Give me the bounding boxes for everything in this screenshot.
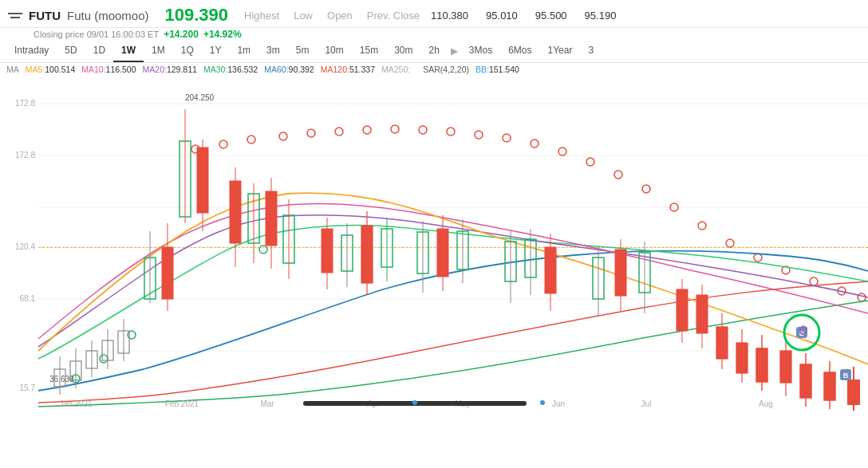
tab-10min[interactable]: 10m xyxy=(317,40,351,62)
svg-point-21 xyxy=(391,125,399,133)
change-pct: +14.92% xyxy=(203,29,242,40)
prev-close-value: 95.190 xyxy=(585,10,617,22)
bb-indicator: BB:151.540 xyxy=(475,65,519,74)
svg-point-38 xyxy=(858,293,866,301)
svg-text:68.1: 68.1 xyxy=(20,294,36,303)
svg-point-20 xyxy=(363,126,371,134)
highest-label: Highest xyxy=(244,10,279,22)
svg-rect-71 xyxy=(361,226,373,283)
svg-point-36 xyxy=(810,277,818,285)
tab-5min[interactable]: 5m xyxy=(288,40,318,62)
svg-rect-53 xyxy=(162,247,173,299)
svg-point-124 xyxy=(412,400,417,405)
svg-point-30 xyxy=(642,185,650,193)
svg-rect-89 xyxy=(615,250,626,296)
svg-point-28 xyxy=(586,158,594,166)
svg-rect-93 xyxy=(677,289,688,331)
svg-point-17 xyxy=(279,132,287,140)
tab-15min[interactable]: 15m xyxy=(352,40,386,62)
highest-value: 110.380 xyxy=(431,10,468,22)
closing-text: Closing price 09/01 16:00:03 ET xyxy=(34,29,159,39)
tab-3mos[interactable]: 3Mos xyxy=(461,40,500,62)
svg-point-12 xyxy=(100,355,108,363)
svg-rect-103 xyxy=(780,351,791,383)
ma30-indicator: MA30:136.532 xyxy=(203,65,258,74)
tab-intraday[interactable]: Intraday xyxy=(6,40,57,62)
svg-rect-85 xyxy=(545,247,556,293)
svg-text:120.4: 120.4 xyxy=(15,242,35,251)
svg-rect-107 xyxy=(824,372,835,400)
ma20-indicator: MA20:129.811 xyxy=(143,65,197,74)
ticker-symbol: FUTU xyxy=(29,9,61,22)
svg-point-32 xyxy=(698,222,706,230)
open-label: Open xyxy=(327,10,353,22)
svg-text:15.7: 15.7 xyxy=(20,383,36,392)
svg-point-29 xyxy=(614,171,622,179)
tab-arrow[interactable]: ▶ xyxy=(448,41,461,61)
svg-text:Aug: Aug xyxy=(759,399,773,408)
svg-rect-109 xyxy=(848,380,859,404)
low-value: 95.010 xyxy=(486,10,518,22)
svg-rect-105 xyxy=(800,364,811,398)
svg-point-27 xyxy=(558,147,566,155)
svg-point-15 xyxy=(219,140,227,148)
prev-close-label: Prev. Close xyxy=(367,10,420,22)
svg-point-19 xyxy=(335,128,343,136)
svg-text:Jul: Jul xyxy=(641,399,652,408)
company-name: Futu (moomoo) xyxy=(67,9,149,22)
svg-point-23 xyxy=(447,128,455,136)
svg-rect-99 xyxy=(736,343,748,373)
ma-indicators-row: MA MA5:100.514 MA10:116.500 MA20:129.811… xyxy=(0,63,868,76)
ma10-indicator: MA10:116.500 xyxy=(81,65,136,74)
tab-3min[interactable]: 3m xyxy=(258,40,288,62)
ma250-indicator: MA250: xyxy=(381,65,410,74)
svg-point-16 xyxy=(247,136,255,144)
svg-rect-57 xyxy=(197,147,208,213)
tab-1d[interactable]: 1D xyxy=(85,40,113,62)
tab-1m[interactable]: 1M xyxy=(144,40,173,62)
tab-1year[interactable]: 1Year xyxy=(540,40,581,62)
ma120-indicator: MA120:51.337 xyxy=(321,65,375,74)
svg-point-125 xyxy=(540,400,545,405)
tabs-row: Intraday 5D 1D 1W 1M 1Q 1Y 1m 3m 5m 10m … xyxy=(0,40,868,63)
svg-rect-59 xyxy=(230,181,241,243)
tab-1q[interactable]: 1Q xyxy=(173,40,202,62)
svg-rect-67 xyxy=(322,229,333,273)
svg-point-22 xyxy=(419,126,427,134)
svg-point-26 xyxy=(531,140,539,147)
tab-6mos[interactable]: 6Mos xyxy=(500,40,539,62)
price-main: 109.390 xyxy=(165,5,229,26)
svg-rect-101 xyxy=(756,348,767,382)
svg-point-24 xyxy=(475,131,483,139)
svg-rect-77 xyxy=(437,229,448,277)
tab-30min[interactable]: 30m xyxy=(386,40,420,62)
svg-point-18 xyxy=(307,129,315,137)
tab-3[interactable]: 3 xyxy=(580,40,602,62)
low-label: Low xyxy=(294,10,313,22)
ma5-indicator: MA5:100.514 xyxy=(26,65,75,74)
menu-icon[interactable] xyxy=(8,13,22,18)
change-abs: +14.200 xyxy=(164,29,199,40)
svg-rect-97 xyxy=(716,327,728,359)
chart-area: 204.250 36.630 172.8 172.8 120.4 68.1 15… xyxy=(0,76,868,411)
svg-rect-95 xyxy=(696,295,708,333)
svg-point-33 xyxy=(726,239,734,247)
svg-text:172.8: 172.8 xyxy=(15,151,35,159)
sar-indicator: SAR(4,2,20) xyxy=(423,65,469,74)
ma60-indicator: MA60:90.392 xyxy=(264,65,314,74)
svg-text:Mar: Mar xyxy=(260,399,274,408)
tab-1min[interactable]: 1m xyxy=(229,40,258,62)
svg-text:Jun: Jun xyxy=(552,399,565,408)
svg-text:B: B xyxy=(843,372,849,380)
svg-text:172.8: 172.8 xyxy=(15,99,35,108)
svg-text:Jan 2021: Jan 2021 xyxy=(59,399,93,408)
tab-2h[interactable]: 2h xyxy=(420,40,447,62)
chart-svg: 172.8 172.8 120.4 68.1 15.7 xyxy=(0,76,868,411)
ma-label: MA xyxy=(6,65,19,74)
tab-5d[interactable]: 5D xyxy=(57,40,85,62)
tab-1w[interactable]: 1W xyxy=(113,40,144,62)
tab-1y[interactable]: 1Y xyxy=(202,40,230,62)
svg-text:Feb 2021: Feb 2021 xyxy=(165,399,199,408)
svg-point-25 xyxy=(503,134,511,142)
svg-point-34 xyxy=(754,254,762,262)
